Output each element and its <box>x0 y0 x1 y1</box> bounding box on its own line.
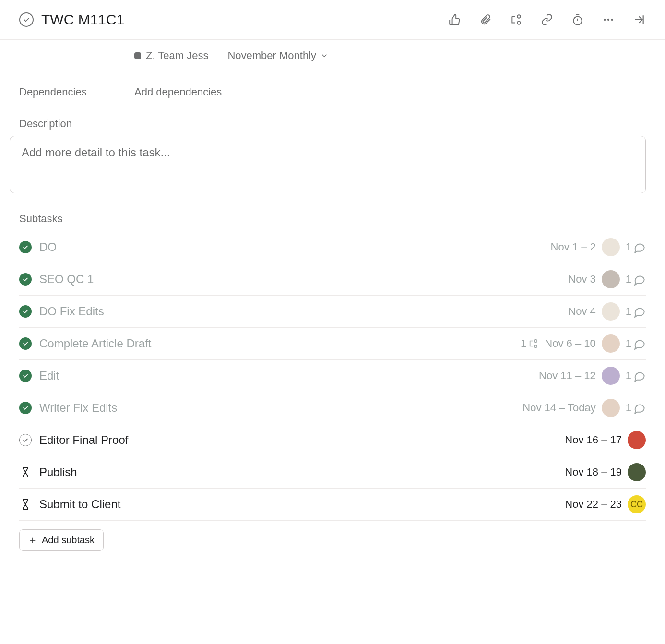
subtask-meta: Nov 18 – 19 <box>565 463 646 481</box>
svg-point-0 <box>517 15 521 18</box>
task-header: TWC M11C1 <box>0 0 665 40</box>
description-input[interactable]: Add more detail to this task... <box>10 136 646 193</box>
comment-count[interactable]: 1 <box>626 305 646 318</box>
header-actions <box>448 13 646 26</box>
subtask-row[interactable]: DO Fix EditsNov 41 <box>19 295 646 327</box>
subtask-name: Publish <box>39 465 557 479</box>
add-subtask-label: Add subtask <box>42 535 95 546</box>
check-done-icon[interactable] <box>19 337 32 350</box>
assignee-avatar[interactable] <box>602 302 620 321</box>
subtask-date: Nov 4 <box>568 305 595 318</box>
project-chip[interactable]: Z. Team Jess <box>134 49 208 62</box>
timer-icon[interactable] <box>571 13 584 26</box>
close-panel-icon[interactable] <box>632 13 646 26</box>
svg-point-1 <box>517 21 521 24</box>
subtask-name: Editor Final Proof <box>39 433 557 447</box>
svg-point-5 <box>611 19 613 21</box>
subtask-meta: Nov 22 – 23CC <box>565 495 646 513</box>
subtask-name: Edit <box>39 369 531 382</box>
comment-icon <box>633 370 646 382</box>
subtask-name: Submit to Client <box>39 498 557 511</box>
svg-point-4 <box>607 19 609 21</box>
comment-count[interactable]: 1 <box>626 402 646 414</box>
subtask-count: 1 <box>521 337 539 350</box>
like-icon[interactable] <box>448 13 462 26</box>
assignee-avatar[interactable] <box>602 270 620 288</box>
project-name: Z. Team Jess <box>146 49 208 62</box>
subtask-meta: 1Nov 6 – 101 <box>521 334 646 353</box>
subtask-date: Nov 14 – Today <box>522 402 595 414</box>
section-select[interactable]: November Monthly <box>227 49 329 62</box>
subtask-date: Nov 16 – 17 <box>565 434 622 446</box>
complete-task-button[interactable] <box>19 12 34 27</box>
subtask-date: Nov 18 – 19 <box>565 466 622 478</box>
subtask-row[interactable]: EditNov 11 – 121 <box>19 359 646 392</box>
assignee-avatar[interactable] <box>628 431 646 449</box>
subtask-row[interactable]: DONov 1 – 21 <box>19 231 646 263</box>
task-body: Z. Team Jess November Monthly Dependenci… <box>0 40 665 570</box>
subtask-list: DONov 1 – 21SEO QC 1Nov 31DO Fix EditsNo… <box>19 231 646 521</box>
assignee-avatar[interactable] <box>602 334 620 353</box>
subtask-name: SEO QC 1 <box>39 273 560 286</box>
check-done-icon[interactable] <box>19 273 32 286</box>
check-done-icon[interactable] <box>19 241 32 253</box>
assignee-avatar[interactable]: CC <box>628 495 646 513</box>
subtask-meta: Nov 11 – 121 <box>539 367 646 385</box>
comment-icon <box>633 337 646 350</box>
description-label: Description <box>19 118 134 130</box>
subtask-date: Nov 1 – 2 <box>551 241 596 253</box>
assignee-avatar[interactable] <box>602 367 620 385</box>
subtask-meta: Nov 14 – Today1 <box>522 399 646 417</box>
add-subtask-button[interactable]: Add subtask <box>19 529 104 551</box>
svg-point-3 <box>604 19 606 21</box>
subtask-row[interactable]: PublishNov 18 – 19 <box>19 456 646 488</box>
hourglass-icon[interactable] <box>19 498 32 511</box>
subtask-name: DO <box>39 240 543 254</box>
subtask-row[interactable]: Editor Final ProofNov 16 – 17 <box>19 424 646 456</box>
check-done-icon[interactable] <box>19 305 32 318</box>
more-icon[interactable] <box>602 13 615 26</box>
subtask-meta: Nov 16 – 17 <box>565 431 646 449</box>
attachment-icon[interactable] <box>479 13 492 26</box>
dependencies-row: Dependencies Add dependencies <box>19 86 646 98</box>
check-done-icon[interactable] <box>19 370 32 382</box>
comment-icon <box>633 241 646 253</box>
comment-icon <box>633 402 646 414</box>
subtask-meta: Nov 41 <box>568 302 646 321</box>
svg-point-6 <box>534 340 537 343</box>
subtask-name: DO Fix Edits <box>39 305 560 318</box>
assignee-avatar[interactable] <box>602 238 620 256</box>
comment-count[interactable]: 1 <box>626 273 646 286</box>
comment-count[interactable]: 1 <box>626 337 646 350</box>
subtask-date: Nov 6 – 10 <box>545 337 595 350</box>
assignee-avatar[interactable] <box>628 463 646 481</box>
link-icon[interactable] <box>540 13 554 26</box>
subtask-row[interactable]: Submit to ClientNov 22 – 23CC <box>19 488 646 521</box>
subtask-row[interactable]: Writer Fix EditsNov 14 – Today1 <box>19 392 646 424</box>
subtasks-small-icon <box>528 338 539 349</box>
add-dependencies-button[interactable]: Add dependencies <box>134 86 222 98</box>
subtask-row[interactable]: Complete Article Draft1Nov 6 – 101 <box>19 327 646 359</box>
comment-icon <box>633 305 646 318</box>
project-color-dot <box>134 52 141 59</box>
subtask-date: Nov 3 <box>568 273 595 286</box>
subtask-row[interactable]: SEO QC 1Nov 31 <box>19 263 646 295</box>
assignee-avatar[interactable] <box>602 399 620 417</box>
subtask-name: Writer Fix Edits <box>39 401 515 415</box>
comment-count[interactable]: 1 <box>626 370 646 382</box>
check-done-icon[interactable] <box>19 402 32 414</box>
comment-count[interactable]: 1 <box>626 241 646 253</box>
svg-point-7 <box>534 345 537 348</box>
subtask-meta: Nov 1 – 21 <box>551 238 646 256</box>
task-title[interactable]: TWC M11C1 <box>41 12 124 28</box>
subtasks-label: Subtasks <box>19 213 646 225</box>
hourglass-icon[interactable] <box>19 466 32 478</box>
subtasks-icon[interactable] <box>510 13 523 26</box>
comment-icon <box>633 273 646 286</box>
plus-icon <box>28 536 37 545</box>
dependencies-label: Dependencies <box>19 86 134 98</box>
check-open-icon[interactable] <box>19 434 32 446</box>
project-row: Z. Team Jess November Monthly <box>19 49 646 62</box>
subtask-meta: Nov 31 <box>568 270 646 288</box>
section-name: November Monthly <box>227 49 316 62</box>
